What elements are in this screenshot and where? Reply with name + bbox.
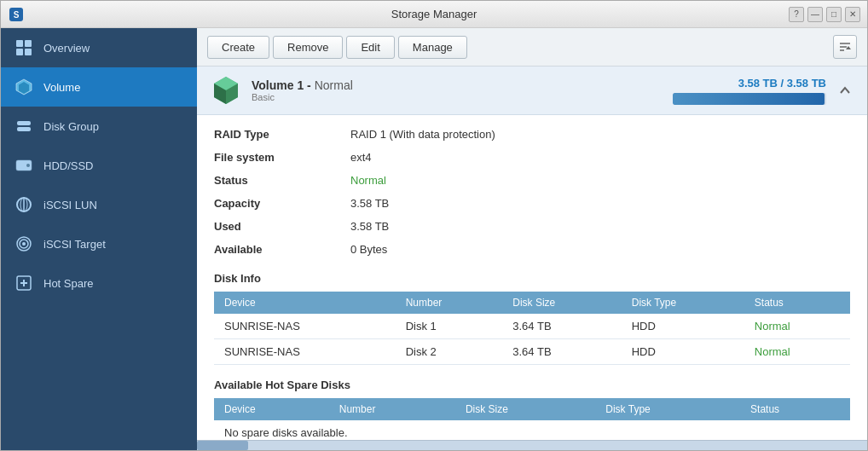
toolbar: Create Remove Edit Manage [197, 28, 867, 66]
volume-title-section: Volume 1 - Normal Basic [252, 78, 645, 102]
hs-col-disk-size: Disk Size [455, 398, 595, 420]
col-disk-type: Disk Type [622, 292, 744, 314]
sidebar-item-iscsi-lun[interactable]: iSCSI LUN [1, 185, 197, 224]
sidebar-item-disk-group[interactable]: Disk Group [1, 107, 197, 146]
sidebar-label-overview: Overview [43, 42, 90, 55]
hdd-icon [14, 156, 33, 175]
capacity-value: 3.58 TB [350, 194, 850, 212]
details-grid: RAID Type RAID 1 (With data protection) … [214, 125, 850, 258]
disk-info-body: SUNRISE-NAS Disk 1 3.64 TB HDD Normal SU… [214, 314, 850, 365]
hot-spare-empty-row: No spare disks available. [214, 420, 850, 440]
svg-rect-3 [25, 40, 32, 47]
window-title: Storage Manager [391, 8, 477, 20]
volume-icon [14, 78, 33, 96]
table-row: SUNRISE-NAS Disk 1 3.64 TB HDD Normal [214, 314, 850, 339]
svg-text:S: S [14, 10, 20, 20]
scrollbar-thumb[interactable] [197, 441, 248, 450]
svg-rect-9 [17, 127, 31, 131]
status-label: Status [214, 171, 350, 189]
col-status: Status [744, 292, 850, 314]
capacity-bar-container [673, 93, 826, 105]
sidebar-item-hot-spare[interactable]: Hot Spare [1, 263, 197, 303]
disk-group-icon [14, 117, 33, 136]
svg-rect-4 [16, 49, 23, 55]
file-system-value: ext4 [350, 148, 850, 166]
sidebar-item-hdd-ssd[interactable]: HDD/SSD [1, 146, 197, 185]
sidebar: Overview Volume Disk Gro [1, 28, 197, 450]
title-bar: S Storage Manager ? — □ ✕ [1, 1, 867, 28]
create-button[interactable]: Create [207, 36, 269, 59]
content-area: Create Remove Edit Manage [197, 28, 867, 450]
sidebar-label-iscsi-lun: iSCSI LUN [43, 199, 97, 211]
iscsi-lun-icon [14, 195, 33, 214]
window-controls: ? — □ ✕ [789, 7, 860, 22]
col-disk-size: Disk Size [502, 292, 621, 314]
cell-disk-type: HDD [622, 314, 744, 339]
cell-disk-size: 3.64 TB [502, 339, 621, 365]
hot-spare-empty-message: No spare disks available. [214, 420, 850, 440]
chevron-up-icon [839, 84, 851, 96]
volume-capacity-section: 3.58 TB / 3.58 TB [656, 77, 826, 105]
raid-type-label: RAID Type [214, 125, 350, 143]
cell-number: Disk 2 [396, 339, 503, 365]
sidebar-label-hdd-ssd: HDD/SSD [43, 159, 94, 172]
volume-3d-icon [211, 75, 241, 106]
svg-point-17 [22, 242, 26, 246]
main-container: Overview Volume Disk Gro [1, 28, 867, 450]
available-label: Available [214, 240, 350, 258]
volume-details: RAID Type RAID 1 (With data protection) … [197, 115, 867, 440]
sort-button[interactable] [833, 35, 857, 59]
volume-name-text: Volume 1 [252, 78, 304, 92]
capacity-bar-fill [673, 93, 825, 105]
hs-col-device: Device [214, 398, 329, 420]
title-bar-left: S [8, 6, 25, 23]
remove-button[interactable]: Remove [273, 36, 343, 59]
volume-name: Volume 1 - Normal [252, 78, 645, 92]
maximize-button[interactable]: □ [826, 7, 842, 22]
edit-button[interactable]: Edit [346, 36, 394, 59]
close-button[interactable]: ✕ [845, 7, 860, 22]
cell-status: Normal [744, 314, 850, 339]
manage-button[interactable]: Manage [398, 36, 467, 59]
used-value: 3.58 TB [350, 217, 850, 235]
sidebar-item-iscsi-target[interactable]: iSCSI Target [1, 224, 197, 263]
volume-panel: Volume 1 - Normal Basic 3.58 TB / 3.58 T… [197, 66, 867, 440]
minimize-button[interactable]: — [807, 7, 823, 22]
status-value: Normal [350, 171, 850, 189]
cell-device: SUNRISE-NAS [214, 339, 396, 365]
hs-col-status: Status [740, 398, 850, 420]
cell-disk-type: HDD [622, 339, 744, 365]
svg-rect-5 [25, 49, 32, 55]
bottom-scrollbar[interactable] [197, 440, 867, 450]
hot-spare-table: Device Number Disk Size Disk Type Status… [214, 398, 850, 440]
hot-spare-title: Available Hot Spare Disks [214, 379, 850, 391]
hs-col-number: Number [329, 398, 455, 420]
help-button[interactable]: ? [789, 7, 804, 22]
used-label: Used [214, 217, 350, 235]
svg-point-11 [26, 164, 30, 167]
volume-capacity-text: 3.58 TB / 3.58 TB [738, 77, 826, 90]
hot-spare-header-row: Device Number Disk Size Disk Type Status [214, 398, 850, 420]
hot-spare-body: No spare disks available. [214, 420, 850, 440]
file-system-label: File system [214, 148, 350, 166]
col-device: Device [214, 292, 396, 314]
volume-status-inline: Normal [315, 78, 353, 92]
iscsi-target-icon [14, 234, 33, 253]
sidebar-item-volume[interactable]: Volume [1, 67, 197, 107]
sidebar-item-overview[interactable]: Overview [1, 28, 197, 67]
cell-device: SUNRISE-NAS [214, 314, 396, 339]
cell-status: Normal [744, 339, 850, 365]
cell-number: Disk 1 [396, 314, 503, 339]
volume-collapse-button[interactable] [836, 82, 854, 99]
sidebar-label-disk-group: Disk Group [43, 120, 99, 133]
disk-info-header-row: Device Number Disk Size Disk Type Status [214, 292, 850, 314]
col-number: Number [396, 292, 503, 314]
overview-icon [14, 38, 33, 57]
hs-col-disk-type: Disk Type [595, 398, 740, 420]
table-row: SUNRISE-NAS Disk 2 3.64 TB HDD Normal [214, 339, 850, 365]
sidebar-label-iscsi-target: iSCSI Target [43, 238, 106, 251]
sort-icon [838, 40, 852, 54]
capacity-label: Capacity [214, 194, 350, 212]
volume-dash: - [307, 78, 315, 92]
volume-header: Volume 1 - Normal Basic 3.58 TB / 3.58 T… [197, 66, 867, 115]
